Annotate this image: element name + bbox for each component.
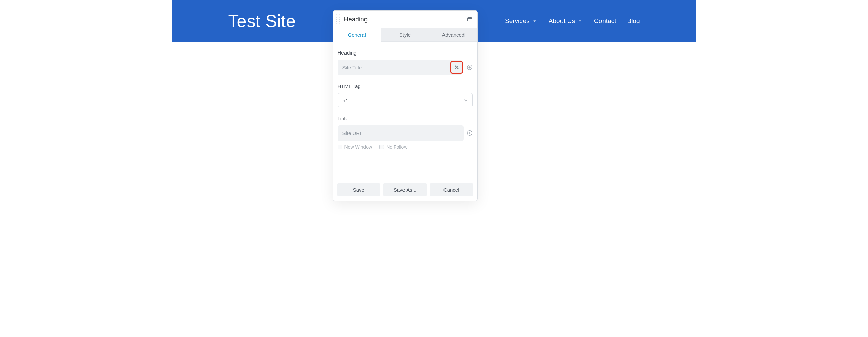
link-input[interactable] <box>342 130 459 136</box>
checkbox-icon <box>338 145 342 149</box>
nav-label: About Us <box>549 17 575 25</box>
checkbox-icon <box>379 145 384 149</box>
field-link: Link New Window No Follow <box>338 115 473 150</box>
chevron-down-icon <box>577 18 583 24</box>
field-label: HTML Tag <box>338 83 473 89</box>
field-label: Heading <box>338 50 473 56</box>
main-nav: Services About Us Contact Blog <box>505 17 640 25</box>
window-icon[interactable] <box>467 17 472 21</box>
editor-header: Heading <box>333 11 477 28</box>
nav-label: Services <box>505 17 530 25</box>
drag-handle-icon[interactable] <box>336 14 340 25</box>
close-icon <box>454 65 459 70</box>
clear-input-button[interactable] <box>450 61 463 74</box>
nav-label: Contact <box>594 17 616 25</box>
field-html-tag: HTML Tag h1 <box>338 83 473 107</box>
html-tag-select[interactable]: h1 <box>338 93 473 107</box>
select-value: h1 <box>343 98 349 103</box>
add-dynamic-button[interactable] <box>467 64 473 70</box>
no-follow-checkbox[interactable]: No Follow <box>379 144 407 150</box>
save-as-button[interactable]: Save As... <box>383 183 427 196</box>
editor-footer: Save Save As... Cancel <box>333 179 477 201</box>
tab-style[interactable]: Style <box>381 28 429 42</box>
nav-item-services[interactable]: Services <box>505 17 538 25</box>
checkbox-label: New Window <box>344 144 372 150</box>
add-dynamic-button[interactable] <box>467 130 473 136</box>
nav-item-blog[interactable]: Blog <box>627 17 640 25</box>
chevron-down-icon <box>532 18 538 24</box>
editor-title: Heading <box>344 16 464 23</box>
field-heading: Heading <box>338 50 473 75</box>
tab-advanced[interactable]: Advanced <box>429 28 477 42</box>
nav-item-contact[interactable]: Contact <box>594 17 616 25</box>
page-title: Test Site <box>228 11 296 31</box>
nav-label: Blog <box>627 17 640 25</box>
checkbox-label: No Follow <box>386 144 407 150</box>
heading-editor-panel: Heading General Style Advanced Heading <box>333 10 478 201</box>
save-button[interactable]: Save <box>337 183 381 196</box>
heading-input[interactable] <box>342 65 457 70</box>
field-label: Link <box>338 115 473 121</box>
editor-tabs: General Style Advanced <box>333 28 477 42</box>
cancel-button[interactable]: Cancel <box>430 183 473 196</box>
tab-general[interactable]: General <box>333 28 381 42</box>
chevron-down-icon <box>463 98 468 102</box>
nav-item-about[interactable]: About Us <box>549 17 583 25</box>
new-window-checkbox[interactable]: New Window <box>338 144 372 150</box>
